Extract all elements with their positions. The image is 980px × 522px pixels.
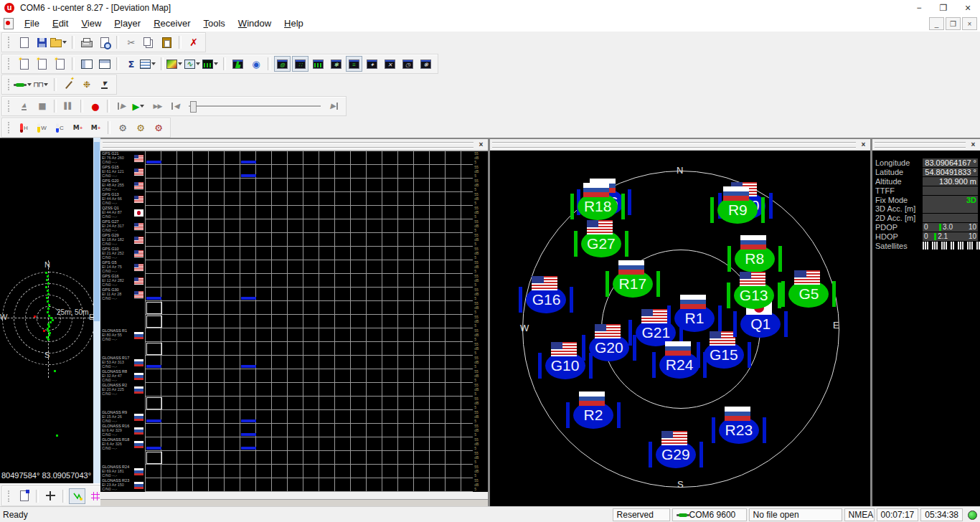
statistics-button[interactable]: Σ xyxy=(123,56,139,72)
gear-reset-button[interactable]: ⚙ xyxy=(150,120,166,136)
message-insert-green-button[interactable]: M+ xyxy=(88,120,104,136)
close-button[interactable]: × xyxy=(956,0,980,16)
menu-help[interactable]: Help xyxy=(278,16,310,31)
deviation-map-toggle[interactable]: ∷ xyxy=(292,56,308,72)
clear-button[interactable]: ✗ xyxy=(185,34,202,50)
map-view-button[interactable] xyxy=(167,56,184,72)
level-history-row: GLONASS R18El 6 Az 326C/N0 --.-55dB5 xyxy=(100,437,488,451)
new-log-button[interactable] xyxy=(16,56,32,72)
pause-button[interactable]: ▌▌ xyxy=(60,98,77,114)
level-history-row: GPS G29El 18 Az 182C/N0 --.-55dB5 xyxy=(100,233,488,247)
menu-window[interactable]: Window xyxy=(232,16,278,31)
compass-view-toggle[interactable]: ✦ xyxy=(364,56,380,72)
split-vertical-button[interactable] xyxy=(96,56,113,72)
menu-tools[interactable]: Tools xyxy=(197,16,232,31)
altimeter-view-toggle[interactable]: ✕ xyxy=(382,56,398,72)
new-database-button[interactable] xyxy=(34,56,50,72)
cut-button[interactable]: ✂ xyxy=(123,34,139,50)
print-button[interactable] xyxy=(78,34,95,50)
close-panel-icon[interactable]: × xyxy=(476,140,486,149)
panel-grip[interactable] xyxy=(103,142,473,148)
pan-button[interactable] xyxy=(42,488,59,504)
signal-history-chart xyxy=(145,451,473,465)
skip-begin-button[interactable]: ◀ xyxy=(167,98,184,114)
mdi-document-icon[interactable] xyxy=(4,18,14,29)
db-scale: 55dB5 xyxy=(473,437,488,451)
menu-edit[interactable]: Edit xyxy=(46,16,75,31)
connect-button[interactable] xyxy=(16,77,32,92)
scrollbar-thumb[interactable] xyxy=(94,142,100,321)
histogram-view-button[interactable] xyxy=(203,56,220,72)
print-preview-button[interactable] xyxy=(96,34,113,50)
clock-view-toggle[interactable]: ◷ xyxy=(400,56,416,72)
stop-button[interactable]: ■ xyxy=(34,98,50,114)
deviation-map-scrollbar[interactable] xyxy=(93,138,100,483)
baudrate-button[interactable]: ⊓⊓ xyxy=(34,77,50,92)
data-label: PDOP xyxy=(875,223,923,232)
menu-player[interactable]: Player xyxy=(108,16,147,31)
new-text-button[interactable] xyxy=(52,56,68,72)
level-history-row: GLONASS R23El 23 Az 150C/N0 --.-55dB5 xyxy=(100,478,488,492)
save-button[interactable] xyxy=(34,34,50,50)
firmware-download-button[interactable]: ▼ xyxy=(96,77,113,92)
panel-header[interactable]: × xyxy=(490,139,870,151)
data-value-box xyxy=(923,214,978,222)
gear-messages-button[interactable]: ⚙ xyxy=(114,120,131,136)
signal-history-chart xyxy=(145,219,473,233)
gear-folder-button[interactable]: ⚙ xyxy=(132,120,149,136)
panel-grip[interactable] xyxy=(875,142,966,148)
sky-view-toggle[interactable]: ◍ xyxy=(274,56,291,72)
close-panel-icon[interactable]: × xyxy=(969,140,978,149)
paste-button[interactable] xyxy=(159,34,175,50)
split-horizontal-button[interactable] xyxy=(78,56,95,72)
copy-button[interactable] xyxy=(141,34,157,50)
play-position-slider[interactable] xyxy=(189,100,321,112)
menu-view[interactable]: View xyxy=(75,16,108,31)
minimize-button[interactable]: − xyxy=(907,0,931,16)
level-history-scrollbar[interactable] xyxy=(100,499,488,506)
statistic-view-toggle[interactable]: ❋ xyxy=(418,56,434,72)
mdi-restore-button[interactable]: ❐ xyxy=(946,17,961,30)
mdi-close-button[interactable]: × xyxy=(962,17,977,30)
properties-button[interactable] xyxy=(16,488,32,504)
signal-bar xyxy=(241,433,256,436)
sphere-view-button[interactable]: ◉ xyxy=(248,56,264,72)
skip-end-button[interactable]: ▶ xyxy=(326,98,342,114)
slider-thumb[interactable] xyxy=(190,101,197,113)
debug-messages-button[interactable]: ❉ xyxy=(78,77,95,92)
record-button[interactable]: ● xyxy=(87,98,103,114)
chart-view-button[interactable]: ∿ xyxy=(185,56,202,72)
new-file-button[interactable] xyxy=(16,34,32,50)
data-value-box xyxy=(923,242,980,250)
restore-button[interactable]: ❐ xyxy=(931,0,956,16)
panel-header[interactable]: × xyxy=(100,139,488,151)
text-console-toggle[interactable]: ≡ xyxy=(346,56,362,72)
panel-grip[interactable] xyxy=(492,142,856,148)
console-window-button[interactable]: ▙ xyxy=(230,56,246,72)
table-view-button[interactable] xyxy=(141,56,157,72)
hot-start-button[interactable]: H xyxy=(16,120,32,136)
step-button[interactable]: ▶ xyxy=(113,98,130,114)
data-value-box: 3D xyxy=(923,196,978,204)
status-port[interactable]: COM6 9600 xyxy=(672,508,747,521)
signal-bar xyxy=(146,365,161,368)
panel-header[interactable]: × xyxy=(872,139,980,151)
docking-windows-toggle[interactable]: ✱ xyxy=(328,56,344,72)
satellite-id-label: G10 xyxy=(551,357,580,374)
cold-start-button[interactable]: C xyxy=(52,120,68,136)
level-histogram-toggle[interactable] xyxy=(310,56,326,72)
eject-button[interactable]: ▲ xyxy=(16,98,32,114)
menu-receiver[interactable]: Receiver xyxy=(147,16,197,31)
flag-us-icon xyxy=(551,342,577,356)
mdi-minimize-button[interactable]: _ xyxy=(929,17,944,30)
menu-file[interactable]: File xyxy=(18,16,46,31)
fast-forward-button[interactable]: ▶▶ xyxy=(149,98,166,114)
deviation-track-point xyxy=(48,334,50,336)
message-insert-red-button[interactable]: M+ xyxy=(70,120,86,136)
autobaud-button[interactable] xyxy=(60,77,77,92)
close-panel-icon[interactable]: × xyxy=(859,140,868,149)
warm-start-button[interactable]: W xyxy=(34,120,50,136)
route-button[interactable] xyxy=(69,488,85,504)
open-button[interactable] xyxy=(52,34,68,50)
play-button[interactable]: ▶ xyxy=(131,98,148,114)
